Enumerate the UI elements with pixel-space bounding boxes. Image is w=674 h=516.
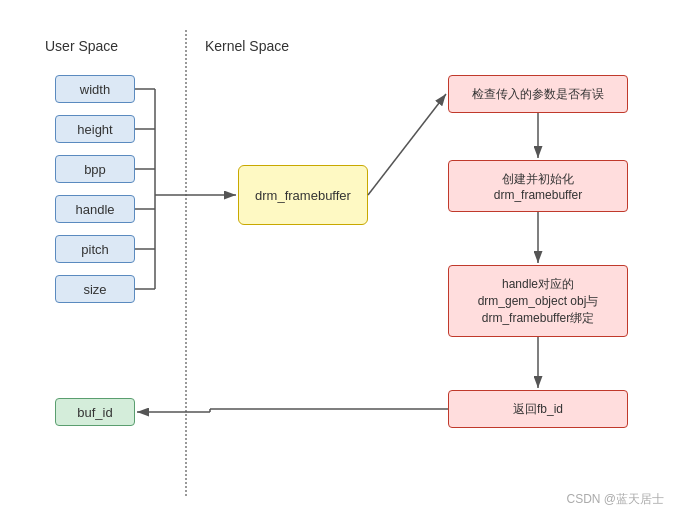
user-space-label: User Space	[45, 38, 118, 54]
watermark: CSDN @蓝天居士	[566, 491, 664, 508]
param-handle: handle	[55, 195, 135, 223]
diagram: User Space Kernel Space width height bpp…	[0, 0, 674, 516]
drm-framebuffer-box: drm_framebuffer	[238, 165, 368, 225]
param-height: height	[55, 115, 135, 143]
bufid-box: buf_id	[55, 398, 135, 426]
flow-create: 创建并初始化drm_framebuffer	[448, 160, 628, 212]
svg-line-9	[368, 94, 446, 195]
param-bpp: bpp	[55, 155, 135, 183]
divider	[185, 30, 187, 496]
flow-bind: handle对应的drm_gem_object obj与drm_framebuf…	[448, 265, 628, 337]
param-width: width	[55, 75, 135, 103]
kernel-space-label: Kernel Space	[205, 38, 289, 54]
flow-return: 返回fb_id	[448, 390, 628, 428]
param-size: size	[55, 275, 135, 303]
param-pitch: pitch	[55, 235, 135, 263]
flow-check: 检查传入的参数是否有误	[448, 75, 628, 113]
